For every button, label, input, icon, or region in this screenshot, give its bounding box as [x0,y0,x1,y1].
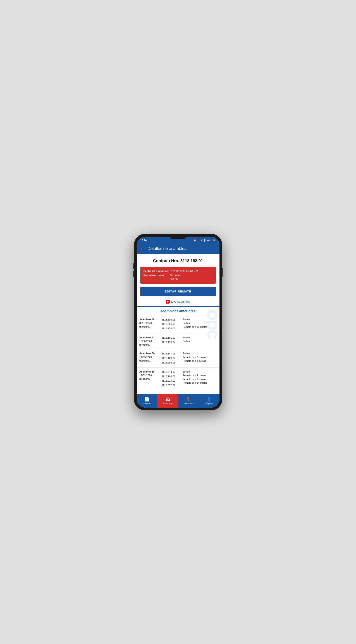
rematando-value2: $ 0.00 [144,278,213,281]
nav-icon-1: 📅 [165,397,170,402]
live-streaming-text[interactable]: Live streaming [171,300,190,303]
assembly-results: SorteoRemate con 4 cuotasRemate con 9 cu… [183,370,217,388]
header: ← Detalles de asamblea [137,244,220,254]
rematando-value1: 0 cuotas [170,274,180,277]
rematando-label: Rematando con: [144,274,168,277]
assembly-results: SorteoSorteoRemate con 16 cuotas [183,318,217,331]
status-icons: ⏰ ⬛ 🖥 ▐▌ WiFi 26 [193,239,216,241]
assembly-contracts: 8118.105.018118.056.028118.239.02 [162,318,181,331]
assembly-contracts: 8118.191.028118.139.04 [162,336,181,347]
content-area: opc Contrato Nro. 8118.188.01 Fecha de a… [137,254,220,394]
header-title: Detalles de asamblea [148,246,187,251]
assembly-row: Asamblea 5808/07/2020,02:40 P.M.8118.105… [137,315,220,334]
assembly-row: Asamblea 5611/03/2020,02:40 P.M.8118.147… [137,349,220,367]
phone-frame: 17:14 ⏰ ⬛ 🖥 ▐▌ WiFi 26 ← Detalles de asa… [134,234,222,410]
nav-label-0: Contrato [143,402,151,405]
info-card: Fecha de asamblea: 12/08/2020, 02:40 P.M… [140,267,216,284]
nav-icon-2: 📍 [186,397,191,402]
assembly-results: SorteoSorteo [183,336,217,347]
fecha-label: Fecha de asamblea: [144,270,169,273]
assembly-date: Asamblea 5512/02/2020,02:40 P.M. [139,370,160,388]
nav-label-2: Contáctenos [183,402,194,405]
notch [169,234,187,239]
nav-label-1: Asambleas [163,402,173,405]
assembly-date: Asamblea 5611/03/2020,02:40 P.M. [139,352,160,365]
assembly-table: Asamblea 5808/07/2020,02:40 P.M.8118.105… [137,315,220,390]
alarm-icon: ⏰ [193,239,196,241]
assembly-results: SorteoRemate con 2 cuotasRemate con 3 cu… [183,352,217,365]
wifi-icon: WiFi [207,239,211,241]
edit-remate-button[interactable]: EDITAR REMATE [140,287,216,296]
contract-title: Contrato Nro. 8118.188.01 [137,254,220,267]
nav-item-asambleas[interactable]: 📅Asambleas [157,394,178,408]
volume-down-button[interactable] [133,271,134,277]
status-time: 17:14 [140,239,147,242]
assembly-date: Asamblea 5808/07/2020,02:40 P.M. [139,318,160,331]
fecha-row: Fecha de asamblea: 12/08/2020, 02:40 P.M… [144,270,213,273]
battery-icon: 26 [212,239,216,241]
rematando-row: Rematando con: 0 cuotas [144,274,213,277]
live-streaming-link[interactable]: ▶ Live streaming [137,299,220,306]
nav-icon-3: 👤 [207,397,212,402]
assembly-row: Asamblea 5512/02/2020,02:40 P.M.8118.044… [137,368,220,390]
record-icon: ⬛ [197,239,199,241]
power-button[interactable] [222,268,223,277]
nav-item-contáctenos[interactable]: 📍Contáctenos [178,394,199,408]
youtube-icon: ▶ [166,300,170,304]
nav-label-3: Mi perfil [205,402,213,405]
section-title: Asambleas anteriores [137,307,220,315]
volume-up-button[interactable] [133,263,134,269]
assembly-date: Asamblea 5710/06/2020,02:40 P.M. [139,336,160,347]
signal-icon: ▐▌ [203,239,206,241]
fecha-value: 12/08/2020, 02:40 P.M. [171,270,199,273]
assembly-row: Asamblea 5710/06/2020,02:40 P.M.8118.191… [137,334,220,350]
bottom-nav: 📄Contrato📅Asambleas📍Contáctenos👤Mi perfi… [137,394,220,408]
nav-icon-0: 📄 [144,397,149,402]
nav-item-contrato[interactable]: 📄Contrato [137,394,158,408]
phone-screen: 17:14 ⏰ ⬛ 🖥 ▐▌ WiFi 26 ← Detalles de asa… [137,236,220,408]
screen-icon: 🖥 [200,239,202,241]
assembly-contracts: 8118.147.058118.163.028118.096.03 [162,352,181,365]
nav-item-mi-perfil[interactable]: 👤Mi perfil [199,394,220,408]
assembly-contracts: 8118.044.028118.208.028118.215.028118.07… [162,370,181,388]
back-button[interactable]: ← [140,246,145,251]
